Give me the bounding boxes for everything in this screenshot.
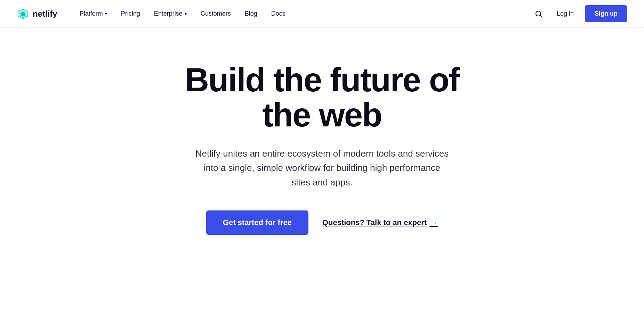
- nav-menu: Platform ▾ Pricing Enterprise ▾ Customer…: [74, 7, 532, 20]
- nav-item-blog[interactable]: Blog: [239, 7, 263, 20]
- nav-item-docs[interactable]: Docs: [266, 7, 291, 20]
- nav-item-pricing[interactable]: Pricing: [115, 7, 146, 20]
- hero-cta-row: Get started for free Questions? Talk to …: [206, 210, 438, 235]
- chevron-down-icon: ▾: [105, 11, 107, 16]
- netlify-logo-icon: [17, 8, 29, 20]
- hero-section: Build the future of the web Netlify unit…: [0, 28, 644, 263]
- talk-to-expert-button[interactable]: Questions? Talk to an expert →: [322, 218, 438, 227]
- hero-subtitle: Netlify unites an entire ecosystem of mo…: [193, 147, 451, 190]
- nav-item-enterprise[interactable]: Enterprise ▾: [148, 7, 192, 20]
- logo-text: netlify: [33, 9, 57, 19]
- login-button[interactable]: Log in: [551, 7, 579, 20]
- arrow-icon: →: [429, 218, 438, 227]
- hero-title: Build the future of the web: [166, 63, 478, 133]
- search-button[interactable]: [532, 7, 546, 21]
- get-started-button[interactable]: Get started for free: [206, 210, 308, 235]
- chevron-down-icon: ▾: [185, 11, 187, 16]
- nav-item-platform[interactable]: Platform ▾: [74, 7, 113, 20]
- svg-line-5: [540, 15, 542, 17]
- navbar: netlify Platform ▾ Pricing Enterprise ▾ …: [0, 0, 644, 28]
- logo[interactable]: netlify: [17, 8, 57, 20]
- search-icon: [534, 10, 543, 18]
- nav-item-customers[interactable]: Customers: [195, 7, 236, 20]
- nav-right: Log in Sign up: [532, 5, 627, 22]
- signup-button[interactable]: Sign up: [585, 5, 627, 22]
